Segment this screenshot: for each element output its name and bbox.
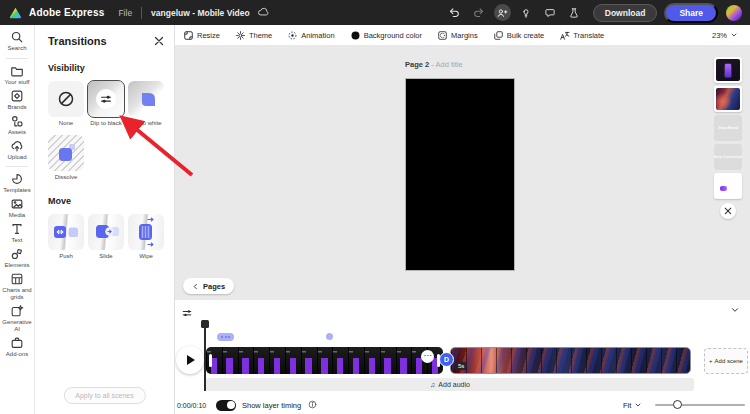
- upload-cloud-icon: [10, 139, 24, 153]
- page-thumbnail-2[interactable]: [714, 86, 742, 112]
- page-thumbnail-4[interactable]: Stay Connected: [714, 144, 742, 170]
- dissolve-shape: [48, 135, 84, 171]
- background-color-button[interactable]: Background color: [350, 30, 422, 41]
- move-section-label: Move: [48, 196, 174, 206]
- sidebar-item-upload[interactable]: Upload: [0, 139, 35, 161]
- cloud-saved-icon: [257, 6, 270, 19]
- sidebar-item-brands[interactable]: Brands: [0, 89, 35, 111]
- divider: [141, 7, 142, 19]
- redo-button[interactable]: [470, 4, 488, 22]
- dip-to-black-sliders-icon: [99, 92, 113, 106]
- file-menu[interactable]: File: [118, 8, 132, 18]
- timeline-zoom-slider[interactable]: [655, 404, 745, 406]
- sidebar-item-media[interactable]: Media: [0, 197, 35, 219]
- add-collaborator-button[interactable]: [494, 4, 511, 21]
- sidebar-item-text[interactable]: Text: [0, 222, 35, 244]
- bulk-create-icon: [493, 30, 504, 41]
- document-title[interactable]: vangeluw - Mobile Video: [151, 8, 250, 18]
- page-thumbnail-3[interactable]: Stay Ahead: [714, 115, 742, 141]
- bulk-create-button[interactable]: Bulk create: [493, 30, 545, 41]
- clip-trim-handle-left[interactable]: [209, 354, 212, 367]
- timeline-clip-2[interactable]: 5s: [450, 347, 691, 374]
- music-note-icon: ♫: [430, 381, 435, 388]
- close-icon: [724, 207, 732, 215]
- pages-button[interactable]: Pages: [183, 278, 234, 294]
- margins-button[interactable]: Margins: [437, 30, 478, 41]
- play-button[interactable]: [176, 346, 204, 374]
- video-frame[interactable]: [405, 78, 515, 271]
- feedback-comment-icon[interactable]: [541, 4, 559, 22]
- divider: [6, 58, 28, 59]
- slider-handle[interactable]: [673, 400, 682, 409]
- transition-push[interactable]: Push: [48, 214, 84, 260]
- collapse-timeline-button[interactable]: [730, 305, 740, 315]
- background-color-swatch-icon: [350, 30, 361, 41]
- zoom-level-control[interactable]: 23%: [712, 25, 738, 45]
- assets-icon: [10, 114, 24, 128]
- left-sidebar: Search Your stuff Brands Assets Upload T…: [0, 25, 35, 414]
- translate-icon: [559, 30, 570, 41]
- resize-button[interactable]: Resize: [183, 30, 220, 41]
- timeline-zoom-fit-dropdown[interactable]: Fit: [623, 401, 642, 410]
- media-icon: [10, 197, 24, 211]
- close-thumbnail-rail-button[interactable]: [720, 203, 736, 219]
- theme-gear-icon: [235, 30, 246, 41]
- pages-thumbnail-rail: Stay Ahead Stay Connected: [714, 57, 742, 199]
- sidebar-item-charts-and-grids[interactable]: Charts and grids: [0, 272, 35, 301]
- info-icon[interactable]: [308, 400, 317, 409]
- resize-icon: [183, 30, 194, 41]
- sidebar-item-assets[interactable]: Assets: [0, 114, 35, 136]
- timeline-transition-settings-icon[interactable]: [181, 307, 193, 319]
- grid-table-icon: [10, 272, 24, 286]
- document-toolbar: Resize Theme Animation Background color …: [175, 25, 750, 45]
- timeline-panel: ⋯ D 5s + Add scene ♫ Add audio 0:00/0:10…: [175, 300, 750, 414]
- share-button[interactable]: Share: [664, 3, 718, 23]
- page-thumbnail-5[interactable]: [714, 173, 742, 199]
- user-avatar[interactable]: [726, 5, 742, 21]
- search-icon: [10, 30, 24, 44]
- sidebar-item-search[interactable]: Search: [0, 30, 35, 52]
- slide-shape: [88, 214, 124, 250]
- generative-ai-sparkle-icon: [10, 304, 24, 318]
- lightbulb-icon[interactable]: [517, 4, 535, 22]
- chevron-down-icon: [730, 305, 740, 315]
- clip-more-options-button[interactable]: ⋯: [421, 350, 434, 363]
- beta-flask-icon[interactable]: [565, 4, 583, 22]
- plus-icon: +: [709, 358, 713, 364]
- download-button[interactable]: Download: [593, 4, 658, 22]
- layer-timing-marker-pill[interactable]: [217, 333, 234, 341]
- timeline-clip-1[interactable]: ⋯: [206, 347, 443, 374]
- layer-timing-marker-dot[interactable]: [326, 333, 333, 340]
- page-thumbnail-1[interactable]: [714, 57, 742, 83]
- add-scene-button[interactable]: + Add scene: [704, 348, 748, 374]
- page-label[interactable]: Page 2 - Add title: [405, 60, 463, 69]
- show-layer-timing-toggle[interactable]: [216, 400, 236, 411]
- apply-to-all-scenes-button[interactable]: Apply to all scenes: [63, 387, 145, 404]
- sidebar-item-generative-ai[interactable]: Generative AI: [0, 304, 35, 333]
- sidebar-item-elements[interactable]: Elements: [0, 247, 35, 269]
- transition-dip-to-black[interactable]: Dip to black: [88, 81, 124, 127]
- text-icon: [10, 222, 24, 236]
- theme-button[interactable]: Theme: [235, 30, 272, 41]
- undo-button[interactable]: [446, 4, 464, 22]
- transition-none[interactable]: None: [48, 81, 84, 127]
- animation-button[interactable]: Animation: [287, 30, 334, 41]
- transition-indicator-badge[interactable]: D: [439, 352, 454, 367]
- time-display: 0:00/0:10: [177, 402, 206, 409]
- margins-icon: [437, 30, 448, 41]
- transition-dissolve[interactable]: Dissolve: [48, 135, 84, 181]
- animation-icon: [287, 30, 298, 41]
- sidebar-item-add-ons[interactable]: Add-ons: [0, 336, 35, 358]
- add-audio-bar[interactable]: ♫ Add audio: [206, 378, 694, 391]
- transition-wipe[interactable]: Wipe: [128, 214, 164, 260]
- close-panel-icon[interactable]: [154, 36, 164, 46]
- translate-button[interactable]: Translate: [559, 30, 604, 41]
- visibility-section-label: Visibility: [48, 63, 174, 73]
- clip-duration-badge: 5s: [455, 362, 467, 370]
- sidebar-item-your-stuff[interactable]: Your stuff: [0, 64, 35, 86]
- push-shape: [48, 214, 84, 250]
- chevron-left-icon: [192, 283, 199, 290]
- sidebar-item-templates[interactable]: Templates: [0, 172, 35, 194]
- transition-dip-to-white[interactable]: Dip to white: [128, 81, 164, 127]
- transition-slide[interactable]: Slide: [88, 214, 124, 260]
